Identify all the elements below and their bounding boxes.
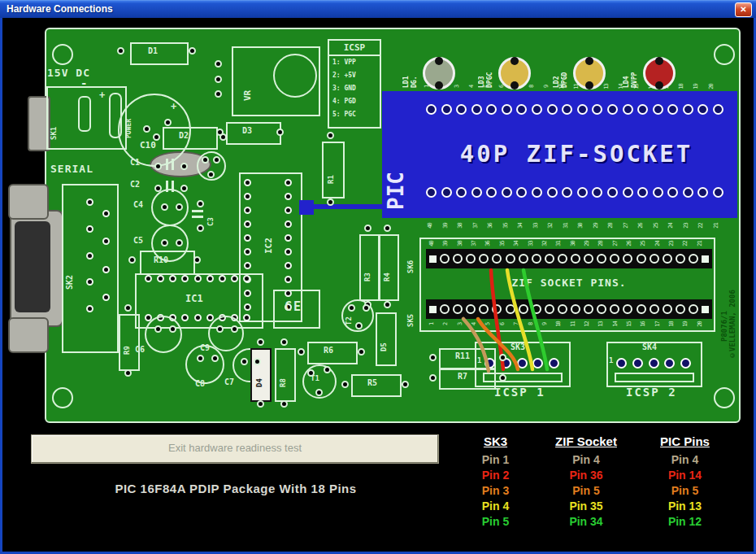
solder-pad — [169, 325, 176, 333]
solder-pad — [307, 369, 315, 377]
pin-mapping-cell: Pin 3 — [457, 483, 534, 499]
pin-hole — [664, 358, 675, 369]
pin-number: 6 — [497, 321, 506, 329]
pin-number: 29 — [591, 222, 600, 230]
mounting-hole — [52, 44, 73, 65]
solder-pad — [257, 338, 264, 346]
polarity-minus: - — [80, 76, 87, 89]
capacitor-c4 — [151, 189, 189, 226]
pin-mapping-cell: Pin 5 — [457, 514, 534, 530]
pin-hole — [244, 193, 251, 200]
pin-number: 27 — [610, 240, 619, 248]
pin-hole — [713, 104, 723, 115]
pin-mapping-row: Pin 4Pin 35Pin 13 — [457, 499, 733, 514]
pin-hole — [471, 104, 482, 115]
component-label: R11 — [455, 351, 470, 360]
pin-hole — [86, 198, 93, 206]
pin-number: 5 — [484, 321, 493, 329]
pin-hole — [453, 304, 463, 314]
pin-number: 7 — [512, 321, 521, 329]
pin-hole — [584, 254, 593, 264]
pin-hole — [285, 234, 292, 242]
component-label: R6 — [324, 346, 333, 355]
title-bar: Hardware Connections ✕ — [0, 0, 756, 18]
pin-number: 38 — [456, 222, 465, 230]
pin-hole — [697, 104, 708, 115]
test-button[interactable]: Exit hardware readiness test — [31, 434, 439, 464]
pin-number: 31 — [554, 240, 563, 248]
icsp-pin-entry: 2: +5V — [329, 69, 380, 82]
pin-mapping-cell: Pin 36 — [534, 468, 638, 483]
component-label: C5 — [133, 236, 143, 245]
pin-hole — [86, 278, 93, 286]
pin-hole — [285, 220, 292, 228]
pin-hole — [516, 104, 527, 115]
zif-hole-row — [426, 187, 723, 198]
pin-hole — [597, 304, 606, 314]
led-signal: DG. — [411, 50, 418, 88]
solder-pad — [384, 301, 391, 308]
pin-hole — [616, 358, 627, 369]
zif-socket-title: 40P ZIF-SOCKET — [426, 140, 727, 168]
pin-hole — [584, 304, 593, 314]
led-label: LD2DPGD — [553, 50, 568, 88]
solder-pad — [276, 129, 284, 136]
pin-hole — [486, 187, 497, 198]
pin-number: 4 — [470, 321, 479, 329]
pin-mapping-row: Pin 3Pin 5Pin 5 — [457, 483, 733, 499]
sk2-pin-column — [102, 210, 110, 301]
pin-hole — [653, 187, 663, 198]
cap-symbol-bar — [166, 159, 168, 170]
solder-pad — [499, 374, 506, 382]
solder-pad — [257, 400, 264, 408]
pin-hole — [637, 304, 646, 314]
pin-hole — [516, 187, 527, 198]
close-button[interactable]: ✕ — [735, 2, 752, 17]
pin-hole — [649, 358, 659, 369]
component-label: IC1 — [185, 293, 203, 304]
solder-pad — [216, 129, 224, 136]
pin-hole — [506, 304, 515, 314]
pin-number: 39 — [441, 222, 450, 230]
pin-hole — [532, 104, 542, 115]
component-label: C4 — [133, 200, 143, 209]
ic1-pin-row — [145, 275, 250, 282]
pin-hole — [219, 275, 226, 282]
solder-pad — [215, 60, 222, 68]
pin-hole — [663, 304, 672, 314]
pin-hole — [145, 275, 152, 282]
db9-screw-post — [8, 184, 49, 220]
table-header: SK3 — [457, 431, 534, 452]
pin-hole — [597, 254, 606, 264]
cap-symbol-bar — [172, 181, 174, 192]
pin-number: 22 — [697, 222, 706, 230]
solder-pad — [358, 348, 365, 356]
pin-hole — [623, 254, 632, 264]
pin-hole — [623, 304, 632, 314]
pin-hole — [492, 304, 502, 314]
jumper-pad — [299, 200, 314, 215]
pin-number: 21 — [711, 222, 720, 230]
pin-number: 33 — [531, 222, 540, 230]
pin-hole — [532, 254, 541, 264]
pin-number: 2 — [441, 321, 450, 329]
pin-hole — [285, 207, 292, 214]
pin-number: 4 — [467, 83, 476, 91]
pin-hole — [637, 104, 648, 115]
solder-pad — [364, 225, 371, 232]
pin-hole — [441, 187, 452, 198]
jumper-wire-blue — [314, 204, 384, 209]
pin-mapping-cell: Pin 5 — [534, 483, 638, 499]
pin-number: 19 — [692, 83, 701, 91]
pin-number: 36 — [484, 240, 493, 248]
pin-number: 19 — [681, 321, 690, 329]
pin-hole — [285, 179, 292, 186]
pin-hole — [558, 304, 567, 314]
pin-hole — [697, 187, 708, 198]
mounting-hole — [714, 44, 735, 65]
pin-number: 37 — [471, 222, 480, 230]
pin-number: 3 — [455, 321, 464, 329]
pin-hole — [623, 104, 633, 115]
pin-hole — [102, 210, 110, 217]
pin-hole — [689, 304, 698, 314]
